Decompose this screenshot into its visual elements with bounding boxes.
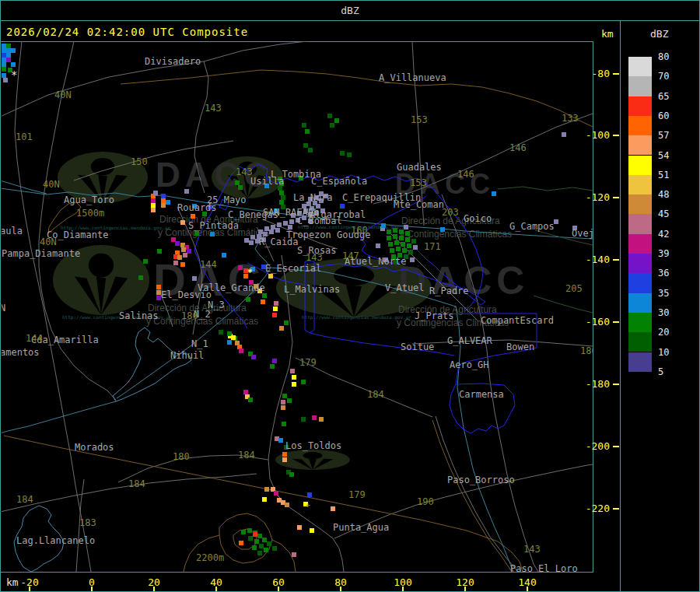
legend-swatch [628,352,652,372]
place-label: Nihuil [170,350,204,361]
legend-value-label: 42 [658,229,669,240]
road-label: 101 [16,131,33,142]
road-label: 40N [54,89,72,100]
legend-swatch [628,214,652,233]
road-label: 133 [562,113,579,124]
place-label: Agua_Toro [64,194,114,205]
legend-swatch [628,57,652,76]
map-border-bottom [0,572,593,573]
place-label: CompantEscard [481,315,554,326]
legend-value-label: 36 [658,268,669,278]
place-label: C_Bombal [297,215,342,226]
y-axis-tick [613,197,619,198]
legend-value-label: 20 [658,327,669,338]
road-label: 2200m [196,552,224,563]
timestamp-label: 2026/02/24 02:42:00 UTC Composite [6,26,248,38]
road-label: 40N [40,236,57,247]
place-label: Punta_Agua [333,522,389,533]
road-label: 183 [79,517,96,528]
place-label: N_1 [191,338,208,349]
legend-swatch [628,332,652,352]
road-label: 143 [205,103,222,114]
road-label: 184 [367,389,384,400]
road-label: 146 [509,142,527,153]
y-axis-tick [613,135,619,136]
legend-swatch [628,194,652,214]
y-axis-tick [613,384,619,385]
place-label: S_Pintada [188,220,239,231]
legend-swatch [628,273,652,292]
legend-swatch [628,234,652,254]
legend-value-label: 48 [658,189,669,200]
legend-swatch [628,135,652,155]
x-axis-tick [29,587,30,591]
x-axis-tick [464,587,466,591]
road-label: 203 [442,207,459,218]
road-label: 180 [173,451,190,462]
place-label: Carmensa [459,389,504,400]
place-label: El_Desvio [161,289,212,300]
legend-swatch [628,156,652,175]
y-axis-tick [613,73,619,75]
legend-value-label: 35 [658,288,669,299]
road-label: 143 [306,252,323,263]
road-label: 153 [410,177,427,188]
road-label: 180 [580,345,593,356]
place-label: Morados [75,442,114,453]
road-label: 184 [128,478,145,489]
page-title: dBZ [0,5,700,16]
place-label: R_Padre [429,285,469,296]
legend-value-label: 60 [658,110,669,121]
y-axis-tick-label: -80 [592,68,610,79]
place-label: C_Benegas [228,209,278,220]
road-label: 160 [351,225,368,236]
legend-swatch [628,116,652,135]
legend-swatch [628,175,652,194]
x-axis-tick [527,587,528,591]
road-label: 180 [181,310,198,321]
legend-value-label: 57 [658,130,669,141]
legend-value-label: 51 [658,170,669,180]
place-label: aula [2,226,23,236]
legend-value-label: 65 [658,91,669,102]
radar-app-window: dBZ 2026/02/24 02:42:00 UTC Composite km… [0,0,700,592]
place-label: A_Villanueva [379,72,446,83]
title-bar: dBZ [0,0,700,20]
place-label: Paso El Loro [510,563,578,572]
road-label: 150 [131,156,148,167]
road-label: 184 [238,450,255,461]
legend-swatch [628,293,652,313]
map-labels-layer: DivisaderoA_VillanuevaAgua_ToroCo_Diaman… [2,41,593,572]
place-label: Mte_Coman [394,199,444,210]
legend-value-label: 54 [658,150,669,161]
x-axis-tick [91,587,93,591]
place-label: Paso_Borroso [447,475,515,485]
x-axis-tick [215,587,217,591]
place-label: L_Malvinas [284,284,340,295]
place-label: R_Caida [259,236,299,247]
legend-swatch [628,313,652,332]
legend-value-label: 45 [658,208,669,219]
road-label: 144 [200,259,217,270]
road-label: 171 [424,241,441,252]
map-border-right [593,41,593,573]
road-label: 40N [43,179,60,190]
road-label: 153 [411,114,428,125]
place-label: Aero_GH [450,359,489,370]
x-axis-tick [278,587,279,591]
place-label: J_Prats [415,310,454,321]
road-label: 144 [26,333,43,344]
place-label: Rouards [177,202,217,213]
legend-separator [620,21,621,592]
legend-swatch [628,76,652,96]
place-label: Divisadero [145,56,201,67]
road-label: 1500m [76,208,104,219]
road-label: 146 [457,169,474,180]
place-label: Lag.Llancanelo [16,535,95,546]
legend-value-label: 10 [658,347,669,358]
place-label: G_Campos [509,221,555,232]
place-label: La_Nora [293,192,333,203]
place-label: Bowen [506,342,534,352]
x-axis-tick [402,587,404,591]
place-label: Oveje [572,228,593,239]
